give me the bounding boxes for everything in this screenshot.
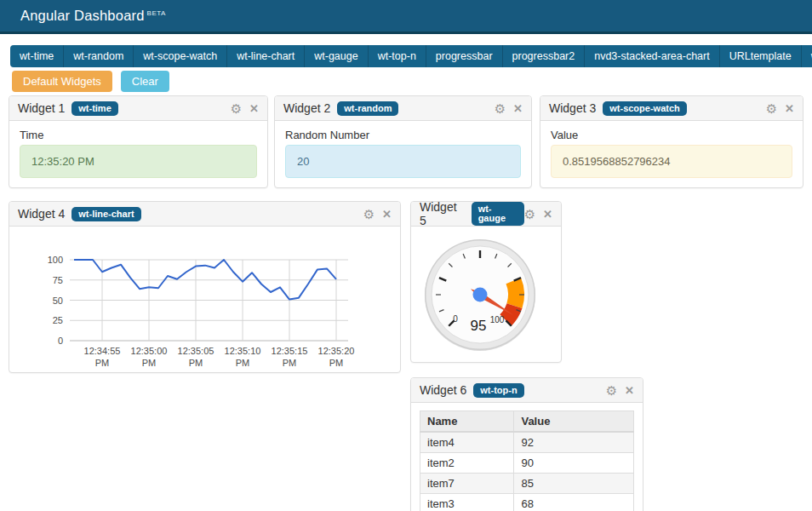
gear-icon[interactable]: ⚙	[606, 384, 617, 397]
svg-text:12:35:05: 12:35:05	[178, 346, 214, 356]
tab-wt-pie-chart[interactable]: wt-pie-chart	[801, 45, 812, 67]
gear-icon[interactable]: ⚙	[495, 102, 506, 115]
widget-panel-3: Widget 3 wt-scope-watch ⚙ ✕ Value 0.8519…	[540, 95, 803, 188]
svg-text:0: 0	[58, 336, 63, 346]
widget-type-badge: wt-line-chart	[71, 207, 140, 221]
navbar: Angular DashboardBETA	[0, 0, 812, 34]
table-cell: item7	[420, 474, 514, 494]
tab-nvd3-stacked-area-chart[interactable]: nvd3-stacked-area-chart	[584, 45, 718, 67]
widget-panel-2: Widget 2 wt-random ⚙ ✕ Random Number 20	[274, 95, 532, 188]
tab-wt-top-n[interactable]: wt-top-n	[368, 45, 426, 67]
widget-title: Widget 4	[18, 207, 65, 221]
widget-1-body: Time 12:35:20 PM	[9, 129, 267, 178]
widget-4-body: 025507510012:34:55PM12:35:00PM12:35:05PM…	[9, 232, 400, 372]
default-widgets-button[interactable]: Default Widgets	[12, 71, 112, 92]
field-label: Time	[20, 129, 257, 141]
widget-panel-5: Widget 5 wt-gauge ⚙ ✕ 010095	[410, 201, 562, 363]
tab-wt-random[interactable]: wt-random	[63, 45, 133, 67]
svg-text:50: 50	[53, 296, 63, 306]
widget-type-badge: wt-top-n	[473, 383, 523, 398]
widget-5-header: Widget 5 wt-gauge ⚙ ✕	[411, 202, 561, 227]
close-icon[interactable]: ✕	[543, 209, 552, 220]
tab-wt-gauge[interactable]: wt-gauge	[304, 45, 367, 67]
table-cell: 85	[514, 474, 634, 494]
tab-progressbar2[interactable]: progressbar2	[502, 45, 585, 67]
svg-text:0: 0	[453, 314, 458, 324]
close-icon[interactable]: ✕	[249, 103, 259, 114]
column-header-name: Name	[420, 411, 514, 433]
svg-text:95: 95	[471, 318, 487, 334]
table-row: item492	[420, 432, 634, 453]
svg-text:PM: PM	[95, 358, 110, 368]
widget-type-badge: wt-time	[71, 101, 118, 116]
table-cell: item3	[420, 494, 514, 511]
widget-type-tabbar: wt-timewt-randomwt-scope-watchwt-line-ch…	[10, 45, 812, 67]
widget-title: Widget 5	[420, 200, 465, 227]
time-value: 12:35:20 PM	[20, 145, 257, 178]
widget-2-header: Widget 2 wt-random ⚙ ✕	[275, 96, 531, 121]
close-icon[interactable]: ✕	[625, 385, 634, 396]
beta-tag: BETA	[147, 9, 166, 17]
svg-text:PM: PM	[329, 358, 344, 368]
tab-wt-time[interactable]: wt-time	[10, 45, 63, 67]
svg-text:12:35:10: 12:35:10	[225, 346, 261, 356]
tab-URLtemplate[interactable]: URLtemplate	[719, 45, 801, 67]
svg-text:12:35:00: 12:35:00	[131, 346, 168, 356]
widget-type-badge: wt-scope-watch	[603, 101, 687, 116]
svg-text:75: 75	[53, 275, 63, 285]
svg-text:100: 100	[48, 255, 63, 265]
widget-type-badge: wt-gauge	[472, 202, 524, 226]
widget-3-header: Widget 3 wt-scope-watch ⚙ ✕	[540, 96, 803, 121]
tab-wt-line-chart[interactable]: wt-line-chart	[226, 45, 304, 67]
widget-panel-1: Widget 1 wt-time ⚙ ✕ Time 12:35:20 PM	[9, 95, 268, 188]
widget-title: Widget 2	[283, 101, 330, 115]
svg-text:PM: PM	[236, 358, 250, 368]
widget-title: Widget 3	[549, 101, 596, 115]
close-icon[interactable]: ✕	[785, 103, 794, 114]
app-title: Angular DashboardBETA	[0, 8, 166, 24]
gear-icon[interactable]: ⚙	[231, 102, 242, 115]
widget-2-body: Random Number 20	[275, 129, 531, 178]
random-number-value: 20	[285, 145, 521, 178]
gear-icon[interactable]: ⚙	[524, 208, 535, 221]
widget-6-body: Name Value item492item290item785item368	[411, 403, 643, 511]
clear-button[interactable]: Clear	[121, 71, 169, 92]
close-icon[interactable]: ✕	[513, 103, 523, 114]
tab-progressbar[interactable]: progressbar	[426, 45, 502, 67]
svg-text:PM: PM	[189, 358, 203, 368]
table-row: item785	[420, 474, 634, 494]
field-label: Random Number	[285, 129, 521, 141]
tab-wt-scope-watch[interactable]: wt-scope-watch	[133, 45, 226, 67]
svg-text:12:35:20: 12:35:20	[318, 346, 355, 356]
widget-6-header: Widget 6 wt-top-n ⚙ ✕	[411, 378, 643, 403]
table-cell: 68	[514, 494, 634, 511]
table-cell: 92	[514, 432, 634, 453]
toolbar: Default Widgets Clear	[12, 71, 169, 92]
widget-4-header: Widget 4 wt-line-chart ⚙ ✕	[9, 202, 400, 227]
svg-text:PM: PM	[142, 358, 157, 368]
table-row: item368	[420, 494, 634, 511]
gear-icon[interactable]: ⚙	[766, 102, 777, 115]
widget-panel-6: Widget 6 wt-top-n ⚙ ✕ Name Value item492…	[410, 377, 643, 511]
widget-1-header: Widget 1 wt-time ⚙ ✕	[9, 96, 267, 121]
table-header-row: Name Value	[420, 411, 634, 433]
widget-type-badge: wt-random	[337, 101, 398, 116]
svg-text:100: 100	[490, 315, 505, 324]
gear-icon[interactable]: ⚙	[363, 208, 375, 221]
app-root: Angular DashboardBETA wt-timewt-randomwt…	[0, 0, 812, 511]
top-n-table: Name Value item492item290item785item368	[420, 411, 634, 511]
table-cell: item2	[420, 453, 514, 474]
line-chart: 025507510012:34:55PM12:35:00PM12:35:05PM…	[14, 232, 395, 372]
scope-watch-value: 0.8519568852796234	[551, 145, 792, 178]
widget-title: Widget 6	[420, 383, 466, 397]
close-icon[interactable]: ✕	[382, 209, 392, 220]
table-cell: item4	[420, 432, 514, 453]
field-label: Value	[551, 129, 792, 141]
table-cell: 90	[514, 453, 634, 474]
svg-text:PM: PM	[283, 358, 297, 368]
gauge-chart: 010095	[416, 231, 544, 359]
svg-text:25: 25	[53, 315, 63, 325]
svg-text:12:35:15: 12:35:15	[272, 346, 308, 356]
widget-5-body: 010095	[411, 231, 561, 359]
widget-3-body: Value 0.8519568852796234	[540, 129, 803, 178]
